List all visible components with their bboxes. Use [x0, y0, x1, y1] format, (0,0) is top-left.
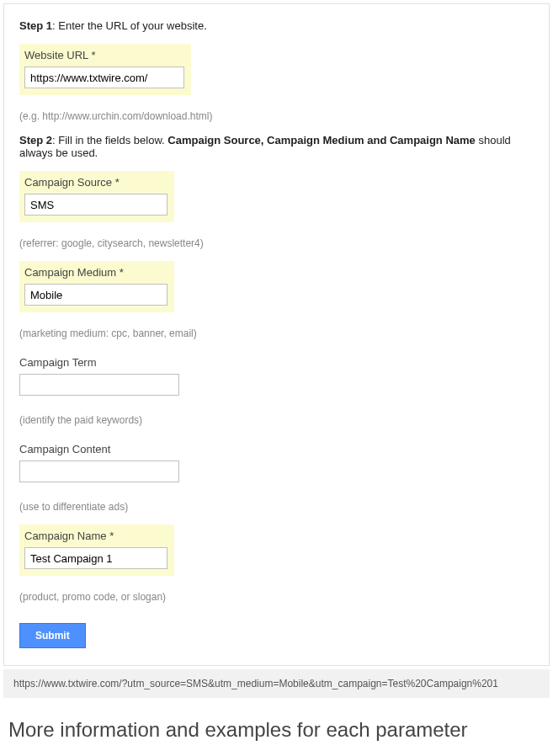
url-builder-form: Step 1: Enter the URL of your website. W…: [3, 3, 550, 666]
step2-bold: Campaign Source, Campaign Medium and Cam…: [167, 134, 476, 146]
website-url-hint: (e.g. http://www.urchin.com/download.htm…: [19, 110, 534, 122]
campaign-source-group: Campaign Source *: [19, 171, 174, 222]
website-url-input[interactable]: [24, 67, 184, 88]
campaign-medium-label: Campaign Medium *: [24, 266, 167, 279]
website-url-group: Website URL *: [19, 44, 191, 95]
campaign-term-label: Campaign Term: [19, 356, 534, 369]
campaign-source-hint: (referrer: google, citysearch, newslette…: [19, 237, 534, 249]
campaign-name-label: Campaign Name *: [24, 530, 167, 542]
website-url-label: Website URL *: [24, 49, 184, 61]
step1-intro: Step 1: Enter the URL of your website.: [19, 19, 534, 32]
campaign-term-input[interactable]: [19, 374, 179, 396]
campaign-content-label: Campaign Content: [19, 443, 534, 455]
step2-intro: Step 2: Fill in the fields below. Campai…: [19, 134, 534, 159]
campaign-name-input[interactable]: [24, 547, 167, 569]
submit-button[interactable]: Submit: [19, 623, 86, 648]
step1-text: : Enter the URL of your website.: [52, 19, 207, 32]
campaign-content-group: Campaign Content: [19, 438, 534, 489]
campaign-medium-group: Campaign Medium *: [19, 261, 174, 312]
campaign-name-group: Campaign Name *: [19, 524, 174, 576]
parameters-section-title: More information and examples for each p…: [8, 718, 553, 742]
campaign-term-hint: (identify the paid keywords): [19, 414, 534, 426]
step1-label: Step 1: [19, 19, 52, 32]
campaign-source-label: Campaign Source *: [24, 176, 167, 189]
campaign-source-input[interactable]: [24, 194, 167, 216]
campaign-content-hint: (use to differentiate ads): [19, 501, 534, 513]
campaign-name-hint: (product, promo code, or slogan): [19, 591, 534, 603]
step2-text1: : Fill in the fields below.: [52, 134, 167, 146]
step2-label: Step 2: [19, 134, 52, 146]
campaign-content-input[interactable]: [19, 461, 179, 482]
campaign-medium-hint: (marketing medium: cpc, banner, email): [19, 327, 534, 339]
generated-url-output: https://www.txtwire.com/?utm_source=SMS&…: [3, 669, 550, 698]
campaign-term-group: Campaign Term: [19, 351, 534, 402]
campaign-medium-input[interactable]: [24, 284, 167, 306]
